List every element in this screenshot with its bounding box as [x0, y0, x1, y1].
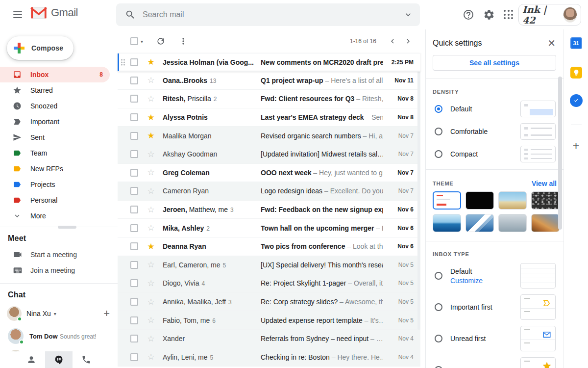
- email-row[interactable]: ★ Alyssa Potnis Last year's EMEA strateg…: [118, 108, 420, 127]
- email-checkbox[interactable]: [130, 316, 138, 324]
- email-row[interactable]: ☆ Diogo, Vivia4 Re: Project Skylight 1-p…: [118, 274, 420, 293]
- tasks-icon[interactable]: [570, 94, 583, 107]
- customize-link[interactable]: Customize: [450, 277, 483, 285]
- density-option-default[interactable]: Default: [426, 98, 564, 120]
- radio-button[interactable]: [435, 128, 442, 135]
- search-options-chevron-icon[interactable]: [403, 10, 413, 20]
- star-icon[interactable]: ★: [146, 131, 156, 140]
- help-icon[interactable]: [463, 9, 474, 21]
- refresh-icon[interactable]: [156, 36, 166, 46]
- email-row[interactable]: ☆ Greg Coleman OOO next week – Hey, just…: [118, 164, 420, 183]
- inbox-type-option-default[interactable]: DefaultCustomize: [426, 260, 564, 291]
- keep-icon[interactable]: [570, 67, 582, 79]
- select-all-checkbox[interactable]: [130, 37, 138, 45]
- resize-handle[interactable]: [58, 226, 76, 229]
- list-scrollbar[interactable]: [417, 55, 420, 330]
- email-checkbox[interactable]: [130, 261, 138, 269]
- calendar-icon[interactable]: 31: [570, 37, 582, 49]
- see-all-settings-button[interactable]: See all settings: [433, 55, 556, 71]
- sidebar-item-sent[interactable]: Sent: [0, 130, 110, 145]
- email-row[interactable]: ☆ Annika, Maalika, Jeff3 Re: Corp strate…: [118, 293, 420, 312]
- theme-thumbnail-beach[interactable]: [498, 191, 527, 210]
- sidebar-item-important[interactable]: Important: [0, 114, 110, 130]
- chat-contact-row[interactable]: Tom Dow Sounds great!: [0, 326, 118, 346]
- email-row[interactable]: ★ Jessica Holman (via Goog... New commen…: [118, 53, 420, 72]
- email-row[interactable]: ☆ Mika, Ashley2 Town hall on the upcomin…: [118, 219, 420, 237]
- email-checkbox[interactable]: [130, 298, 138, 306]
- email-row[interactable]: ★ Deanna Ryan Two pics from conference –…: [118, 237, 420, 256]
- email-checkbox[interactable]: [130, 169, 138, 177]
- meet-item-start-a-meeting[interactable]: Start a meeting: [0, 247, 118, 263]
- drag-handle-icon[interactable]: [121, 59, 125, 65]
- star-icon[interactable]: ★: [146, 113, 156, 122]
- theme-thumbnail-dark[interactable]: [466, 191, 494, 210]
- theme-view-all-link[interactable]: View all: [532, 180, 557, 187]
- star-icon[interactable]: ☆: [146, 168, 156, 177]
- profile-avatar[interactable]: [563, 7, 577, 23]
- density-option-comfortable[interactable]: Comfortable: [426, 120, 564, 143]
- phone-tab-icon[interactable]: [73, 351, 100, 368]
- email-row[interactable]: ☆ Akshay Goodman [Updated invitation] Mi…: [118, 145, 420, 164]
- radio-button[interactable]: [435, 272, 442, 280]
- star-icon[interactable]: ☆: [146, 261, 156, 269]
- email-row[interactable]: ☆ Fabio, Tom, me6 Updated expense report…: [118, 311, 420, 330]
- sidebar-item-team[interactable]: Team: [0, 145, 110, 161]
- sidebar-item-more[interactable]: More: [0, 208, 110, 224]
- sidebar-item-personal[interactable]: Personal: [0, 192, 110, 208]
- star-icon[interactable]: ☆: [146, 150, 156, 158]
- select-dropdown-icon[interactable]: ▾: [141, 39, 143, 44]
- search-bar[interactable]: [116, 3, 420, 26]
- account-pill[interactable]: Ink | 42: [518, 4, 581, 26]
- add-addon-icon[interactable]: +: [572, 139, 579, 153]
- radio-button[interactable]: [435, 366, 442, 368]
- email-checkbox[interactable]: [130, 335, 138, 342]
- email-checkbox[interactable]: [130, 58, 138, 66]
- chat-tab-icon[interactable]: [45, 351, 73, 368]
- search-input[interactable]: [143, 10, 403, 19]
- radio-button[interactable]: [435, 150, 442, 158]
- google-apps-icon[interactable]: [504, 10, 514, 20]
- email-checkbox[interactable]: [130, 150, 138, 158]
- star-icon[interactable]: ☆: [146, 187, 156, 195]
- star-icon[interactable]: ☆: [146, 335, 156, 343]
- radio-button[interactable]: [435, 303, 442, 311]
- newer-page-icon[interactable]: [388, 37, 397, 46]
- radio-button[interactable]: [435, 335, 442, 342]
- email-checkbox[interactable]: [130, 95, 138, 103]
- sidebar-item-new-rfps[interactable]: New RFPs: [0, 161, 110, 177]
- email-row[interactable]: ☆ Jeroen, Matthew, me3 Fwd: Feedback on …: [118, 201, 420, 219]
- email-checkbox[interactable]: [130, 224, 138, 232]
- email-checkbox[interactable]: [130, 206, 138, 213]
- theme-thumbnail-sunset[interactable]: [531, 214, 560, 232]
- email-row[interactable]: ☆ Xander Referrals from Sydney – need in…: [118, 330, 420, 348]
- email-row[interactable]: ☆ Aylin, Leni, me5 Checking in re: Bosto…: [118, 348, 420, 367]
- theme-thumbnail-pebbles[interactable]: [531, 191, 560, 210]
- star-icon[interactable]: ☆: [146, 298, 156, 306]
- meet-item-join-a-meeting[interactable]: Join a meeting: [0, 263, 118, 278]
- sidebar-item-projects[interactable]: Projects: [0, 177, 110, 192]
- star-icon[interactable]: ☆: [146, 279, 156, 288]
- star-icon[interactable]: ★: [146, 58, 156, 66]
- main-menu-icon[interactable]: [8, 5, 27, 25]
- star-icon[interactable]: ☆: [146, 206, 156, 214]
- panel-scrollbar[interactable]: [558, 77, 562, 230]
- email-checkbox[interactable]: [130, 353, 138, 361]
- inbox-type-option-unread-first[interactable]: Unread first: [426, 323, 564, 354]
- sidebar-item-inbox[interactable]: Inbox 8: [0, 67, 110, 82]
- inbox-type-option-important-first[interactable]: Important first: [426, 291, 564, 323]
- email-checkbox[interactable]: [130, 77, 138, 84]
- theme-thumbnail-light[interactable]: [433, 191, 461, 210]
- star-icon[interactable]: ☆: [146, 316, 156, 324]
- contacts-tab-icon[interactable]: [18, 351, 45, 368]
- radio-button[interactable]: [435, 105, 442, 113]
- chevron-down-icon[interactable]: ▾: [54, 311, 56, 316]
- theme-thumbnail-mist[interactable]: [498, 214, 527, 232]
- email-checkbox[interactable]: [130, 242, 138, 250]
- sidebar-item-snoozed[interactable]: Snoozed: [0, 98, 110, 114]
- star-icon[interactable]: ☆: [146, 76, 156, 84]
- close-icon[interactable]: ✕: [547, 38, 556, 48]
- more-options-icon[interactable]: [178, 36, 188, 46]
- star-icon[interactable]: ☆: [146, 224, 156, 232]
- older-page-icon[interactable]: [404, 37, 413, 46]
- email-row[interactable]: ☆ Cameron Ryan Logo redesign ideas – Exc…: [118, 182, 420, 201]
